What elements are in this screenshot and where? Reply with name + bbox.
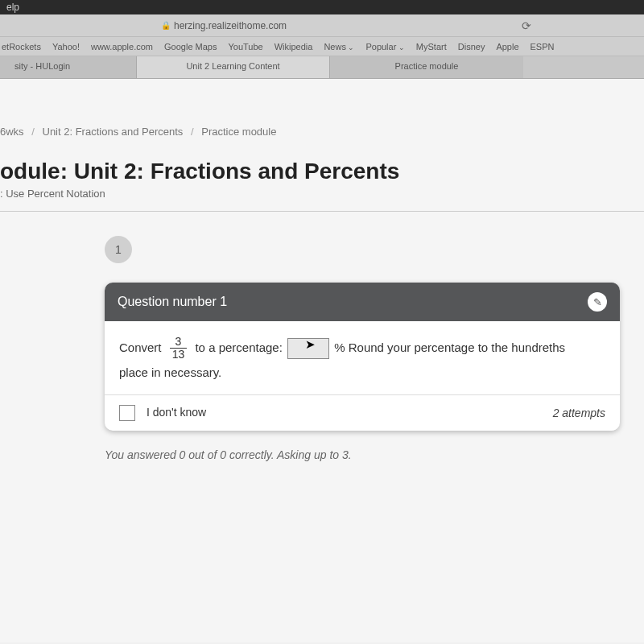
- url-text[interactable]: herzing.realizeithome.com: [174, 20, 287, 31]
- page-content: 6wks / Unit 2: Fractions and Percents / …: [0, 79, 644, 642]
- browser-addressbar: 🔒 herzing.realizeithome.com ⟳: [0, 14, 644, 37]
- breadcrumb-sep: /: [31, 126, 35, 138]
- bookmark-item[interactable]: Yahoo!: [52, 42, 80, 52]
- tab-hulogin[interactable]: sity - HULogin: [0, 56, 137, 78]
- question-header-title: Question number 1: [118, 295, 227, 309]
- question-header: Question number 1 ✎: [105, 283, 620, 321]
- bookmark-item[interactable]: www.apple.com: [91, 42, 153, 52]
- question-card: Question number 1 ✎ Convert 3 13 to a pe…: [105, 283, 620, 431]
- breadcrumb-item[interactable]: 6wks: [0, 126, 24, 138]
- question-number-row: 1: [105, 236, 644, 263]
- page-title: odule: Unit 2: Fractions and Percents: [0, 159, 644, 184]
- fraction: 3 13: [170, 336, 188, 361]
- question-text: Convert: [119, 341, 162, 354]
- bookmark-item[interactable]: etRockets: [2, 42, 41, 52]
- question-text: place in necessary.: [119, 365, 221, 379]
- breadcrumb-item[interactable]: Practice module: [201, 126, 276, 138]
- breadcrumb: 6wks / Unit 2: Fractions and Percents / …: [0, 119, 644, 144]
- progress-status: You answered 0 out of 0 correctly. Askin…: [105, 448, 636, 461]
- bookmark-item[interactable]: Google Maps: [164, 42, 217, 52]
- bookmark-item[interactable]: ESPN: [530, 42, 555, 52]
- bookmark-item[interactable]: Disney: [458, 42, 485, 52]
- bookmarks-bar: etRockets Yahoo! www.apple.com Google Ma…: [0, 37, 644, 56]
- question-text: % Round your percentage to the hundreths: [334, 341, 565, 354]
- fraction-denominator: 13: [170, 349, 188, 361]
- dont-know-option[interactable]: I don't know: [119, 405, 206, 421]
- tab-learning-content[interactable]: Unit 2 Learning Content: [137, 56, 330, 78]
- edit-icon[interactable]: ✎: [588, 292, 607, 312]
- attempts-remaining: 2 attempts: [553, 407, 605, 419]
- lock-icon: 🔒: [161, 21, 171, 30]
- browser-tabbar: sity - HULogin Unit 2 Learning Content P…: [0, 56, 644, 79]
- breadcrumb-item[interactable]: Unit 2: Fractions and Percents: [43, 126, 184, 138]
- tab-practice-module[interactable]: Practice module: [330, 56, 523, 78]
- dont-know-checkbox[interactable]: [119, 405, 135, 421]
- question-body: Convert 3 13 to a percentage: ➤ % Round …: [105, 321, 620, 394]
- dont-know-label: I don't know: [147, 405, 206, 418]
- breadcrumb-sep: /: [191, 126, 194, 138]
- question-footer: I don't know 2 attempts: [105, 394, 620, 431]
- refresh-icon[interactable]: ⟳: [522, 19, 531, 32]
- bookmark-item[interactable]: MyStart: [416, 42, 447, 52]
- page-subtitle: : Use Percent Notation: [0, 188, 644, 212]
- bookmark-item-popular[interactable]: Popular: [365, 42, 404, 52]
- bookmark-item[interactable]: Wikipedia: [275, 42, 313, 52]
- answer-input[interactable]: [287, 338, 329, 359]
- bookmark-item-news[interactable]: News: [324, 42, 354, 52]
- menu-help[interactable]: elp: [6, 2, 19, 13]
- bookmark-item[interactable]: Apple: [496, 42, 518, 52]
- question-number-badge[interactable]: 1: [105, 236, 132, 263]
- bookmark-item[interactable]: YouTube: [228, 42, 262, 52]
- question-text: to a percentage:: [195, 341, 282, 354]
- fraction-numerator: 3: [170, 336, 188, 349]
- os-menubar: elp: [0, 0, 644, 14]
